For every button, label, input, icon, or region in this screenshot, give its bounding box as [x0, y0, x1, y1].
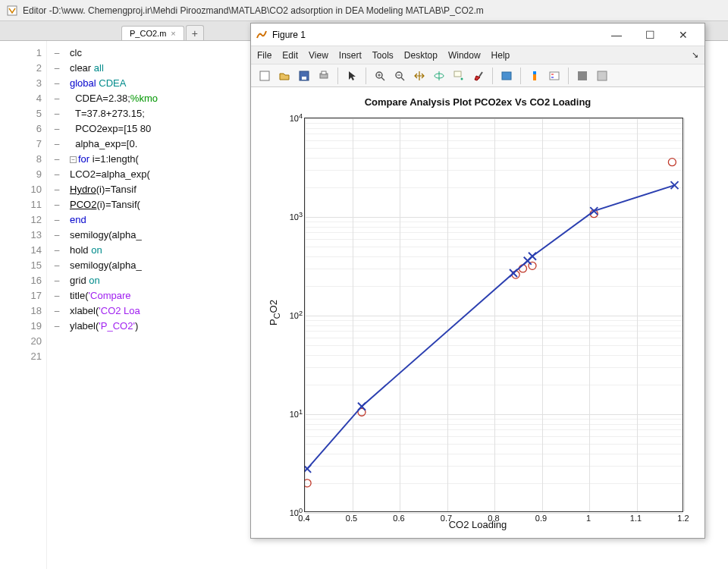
- svg-rect-3: [302, 77, 306, 80]
- svg-point-28: [519, 265, 527, 272]
- editor-title-path: D:\www. Chemengproj.ir\Mehdi Piroozmand\…: [52, 5, 484, 16]
- figure-canvas[interactable]: Compare Analysis Plot PCO2ex Vs CO2 Load…: [251, 87, 704, 538]
- xtick-label: 0.8: [488, 514, 499, 523]
- editor-titlebar: Editor - D:\www. Chemengproj.ir\Mehdi Pi…: [0, 0, 728, 21]
- matlab-icon: [256, 29, 268, 41]
- toolbar-separator: [337, 68, 338, 84]
- dock-icon[interactable]: ↘: [692, 50, 698, 60]
- menu-file[interactable]: File: [257, 50, 271, 61]
- figure-window: Figure 1 — ☐ ✕ FileEditViewInsertToolsDe…: [250, 23, 705, 539]
- xtick-label: 1: [586, 514, 591, 523]
- show-tools-icon[interactable]: [593, 67, 611, 85]
- pan-icon[interactable]: [410, 67, 428, 85]
- zoom-in-icon[interactable]: [371, 67, 389, 85]
- svg-point-25: [305, 479, 311, 487]
- svg-point-31: [668, 159, 676, 166]
- xtick-label: 1.2: [677, 514, 689, 523]
- xtick-label: 0.7: [441, 514, 452, 523]
- ytick-label: 101: [290, 408, 303, 420]
- save-icon[interactable]: [295, 67, 313, 85]
- open-icon[interactable]: [275, 67, 293, 85]
- editor-title-prefix: Editor -: [23, 5, 52, 16]
- svg-line-16: [479, 72, 482, 77]
- svg-rect-14: [454, 71, 461, 77]
- figure-toolbar: [251, 64, 704, 87]
- toolbar-separator: [520, 68, 521, 84]
- svg-rect-5: [322, 71, 326, 74]
- svg-rect-1: [260, 71, 269, 80]
- svg-rect-20: [550, 72, 559, 80]
- plot-title: Compare Analysis Plot PCO2ex Vs CO2 Load…: [251, 96, 704, 108]
- y-axis-label: PCO2: [268, 300, 281, 325]
- tab-label: P_CO2.m: [130, 29, 166, 38]
- menu-help[interactable]: Help: [491, 50, 510, 61]
- ytick-label: 104: [290, 112, 303, 124]
- svg-rect-23: [578, 71, 587, 80]
- svg-rect-19: [533, 71, 536, 74]
- toolbar-separator: [568, 68, 569, 84]
- toolbar-separator: [492, 68, 493, 84]
- menu-desktop[interactable]: Desktop: [404, 50, 438, 61]
- svg-point-15: [461, 77, 463, 80]
- svg-rect-24: [598, 71, 607, 80]
- menu-tools[interactable]: Tools: [372, 50, 394, 61]
- menu-insert[interactable]: Insert: [339, 50, 362, 61]
- editor-file-tab[interactable]: P_CO2.m ×: [121, 26, 184, 40]
- svg-rect-17: [502, 72, 511, 80]
- figure-menubar: FileEditViewInsertToolsDesktopWindowHelp…: [251, 46, 704, 64]
- toolbar-separator: [366, 68, 366, 84]
- pointer-icon[interactable]: [343, 67, 361, 85]
- maximize-button[interactable]: ☐: [633, 24, 667, 46]
- xtick-label: 0.9: [535, 514, 547, 523]
- datacursor-icon[interactable]: [450, 67, 468, 85]
- minimize-button[interactable]: —: [600, 24, 633, 46]
- svg-line-11: [401, 77, 404, 80]
- new-figure-icon[interactable]: [256, 67, 274, 85]
- menu-edit[interactable]: Edit: [282, 50, 298, 61]
- ytick-label: 102: [290, 310, 303, 321]
- breakpoint-gutter[interactable]: –––––––––––––––––––: [47, 41, 67, 569]
- legend-icon[interactable]: [545, 67, 563, 85]
- menu-view[interactable]: View: [309, 50, 328, 61]
- figure-titlebar[interactable]: Figure 1 — ☐ ✕: [251, 24, 704, 46]
- zoom-out-icon[interactable]: [391, 67, 409, 85]
- rotate3d-icon[interactable]: [430, 67, 448, 85]
- print-icon[interactable]: [315, 67, 333, 85]
- line-number-gutter: 123456789101112131415161718192021: [0, 41, 47, 569]
- close-icon[interactable]: ×: [171, 29, 175, 38]
- editor-app-icon: [6, 5, 18, 17]
- new-tab-button[interactable]: +: [186, 25, 204, 40]
- colorbar-icon[interactable]: [526, 67, 544, 85]
- xtick-label: 0.6: [393, 514, 404, 523]
- ytick-label: 100: [290, 507, 303, 518]
- xtick-label: 1.1: [630, 514, 642, 523]
- figure-title: Figure 1: [272, 30, 600, 40]
- hide-tools-icon[interactable]: [573, 67, 592, 85]
- ytick-label: 103: [290, 211, 303, 222]
- brush-icon[interactable]: [469, 67, 488, 85]
- svg-line-7: [381, 77, 384, 80]
- link-icon[interactable]: [497, 67, 516, 85]
- menu-window[interactable]: Window: [448, 50, 481, 61]
- plot-area[interactable]: [304, 118, 683, 512]
- xtick-label: 0.5: [346, 514, 357, 523]
- close-button[interactable]: ✕: [667, 24, 700, 46]
